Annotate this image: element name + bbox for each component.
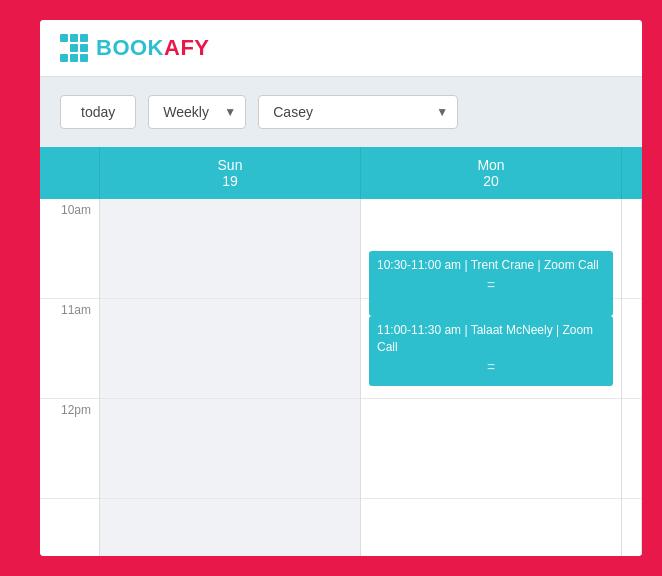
day-column-mon: 10:30-11:00 am | Trent Crane | Zoom Call…	[361, 199, 622, 556]
time-row-sun-12	[100, 399, 360, 499]
calendar-area: Sun 19 Mon 20 10am 11am 12pm	[40, 147, 642, 556]
calendar-body: 10am 11am 12pm	[40, 199, 642, 556]
event-talaat-mcneely[interactable]: 11:00-11:30 am | Talaat McNeely | Zoom C…	[369, 316, 613, 386]
day-header-partial	[622, 147, 642, 199]
time-gutter-header	[40, 147, 100, 199]
weekly-select-wrapper: Weekly Daily Monthly ▼	[148, 95, 246, 129]
event-trent-label: 10:30-11:00 am | Trent Crane | Zoom Call	[377, 257, 605, 274]
time-row-partial-10	[622, 199, 641, 299]
time-row-partial-11	[622, 299, 641, 399]
time-label-11am: 11am	[40, 299, 99, 399]
day-header-sun: Sun 19	[100, 147, 361, 199]
casey-select[interactable]: Casey Other	[258, 95, 458, 129]
casey-select-wrapper: Casey Other ▼	[258, 95, 458, 129]
logo-text: BOOKAFY	[96, 35, 210, 61]
time-label-10am: 10am	[40, 199, 99, 299]
calendar-header: Sun 19 Mon 20	[40, 147, 642, 199]
event-trent-dots: =	[377, 276, 605, 296]
toolbar: today Weekly Daily Monthly ▼ Casey Other…	[40, 77, 642, 147]
day-number-mon: 20	[369, 173, 613, 189]
time-row-sun-11	[100, 299, 360, 399]
time-row-partial-12	[622, 399, 641, 499]
time-row-sun-10	[100, 199, 360, 299]
day-number-sun: 19	[108, 173, 352, 189]
event-talaat-dots: =	[377, 358, 605, 378]
event-talaat-label: 11:00-11:30 am | Talaat McNeely | Zoom C…	[377, 322, 605, 356]
day-column-partial	[622, 199, 642, 556]
day-columns: 10:30-11:00 am | Trent Crane | Zoom Call…	[100, 199, 642, 556]
day-name-sun: Sun	[108, 157, 352, 173]
day-name-mon: Mon	[369, 157, 613, 173]
app-container: BOOKAFY today Weekly Daily Monthly ▼ Cas…	[40, 20, 642, 556]
weekly-select[interactable]: Weekly Daily Monthly	[148, 95, 246, 129]
today-button[interactable]: today	[60, 95, 136, 129]
time-label-12pm: 12pm	[40, 399, 99, 499]
header: BOOKAFY	[40, 20, 642, 77]
day-header-mon: Mon 20	[361, 147, 622, 199]
events-container: 10:30-11:00 am | Trent Crane | Zoom Call…	[361, 199, 621, 556]
logo-book: BOOK	[96, 35, 164, 60]
event-trent-crane[interactable]: 10:30-11:00 am | Trent Crane | Zoom Call…	[369, 251, 613, 316]
logo-container: BOOKAFY	[60, 34, 210, 62]
day-column-sun	[100, 199, 361, 556]
time-gutter: 10am 11am 12pm	[40, 199, 100, 556]
logo-afy: AFY	[164, 35, 210, 60]
logo-icon	[60, 34, 88, 62]
